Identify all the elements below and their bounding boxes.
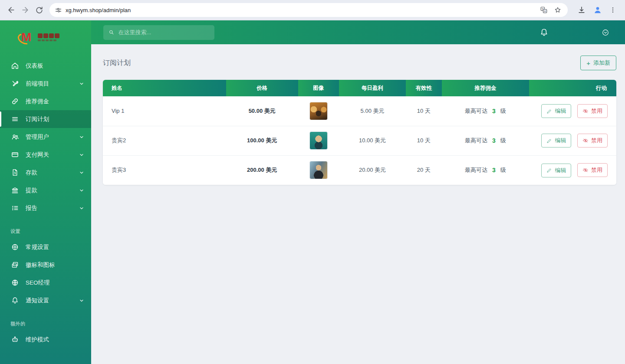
edit-button[interactable]: 编辑 bbox=[541, 164, 571, 177]
download-icon[interactable] bbox=[577, 6, 586, 14]
profile-avatar-icon[interactable] bbox=[593, 5, 602, 15]
table-row: Vip 1 50.00 美元 5.00 美元 10 天 最高可达3级 bbox=[103, 96, 616, 126]
eye-off-icon bbox=[582, 108, 589, 114]
url-text: xg.hwym.shop/admin/plan bbox=[66, 7, 540, 13]
brand-logo[interactable]: M bbox=[0, 20, 91, 49]
svg-text:A: A bbox=[544, 10, 546, 13]
add-new-button[interactable]: + 添加新 bbox=[580, 56, 616, 70]
referral-prefix: 最高可达 bbox=[465, 166, 487, 174]
settings-gear-icon bbox=[10, 243, 19, 252]
plan-image bbox=[309, 131, 328, 150]
plan-price: 50.00 美元 bbox=[226, 96, 298, 126]
disable-button[interactable]: 禁用 bbox=[577, 104, 608, 118]
sidebar-item-general-settings[interactable]: 常规设置 bbox=[0, 238, 91, 256]
file-dollar-icon: $ bbox=[10, 168, 19, 177]
plan-referral: 最高可达3级 bbox=[442, 155, 529, 185]
plan-validity: 20 天 bbox=[406, 155, 442, 185]
disable-button[interactable]: 禁用 bbox=[577, 163, 608, 177]
disable-label: 禁用 bbox=[591, 166, 602, 174]
plan-validity: 10 天 bbox=[406, 96, 442, 126]
back-button[interactable] bbox=[4, 3, 18, 17]
disable-button[interactable]: 禁用 bbox=[577, 134, 608, 148]
back-icon bbox=[7, 6, 16, 14]
plan-name: 贵宾2 bbox=[103, 126, 226, 155]
sidebar-item-payment-gateway[interactable]: 支付网关 bbox=[0, 146, 91, 164]
report-list-icon bbox=[10, 204, 19, 213]
referral-level: 3 bbox=[492, 137, 496, 144]
column-header-referral: 推荐佣金 bbox=[442, 80, 529, 96]
plans-table-card: 姓名 价格 图像 每日盈利 有效性 推荐佣金 行动 Vip 1 50.00 美元 bbox=[103, 80, 616, 185]
sidebar-item-label: 仪表板 bbox=[26, 62, 43, 70]
referral-prefix: 最高可达 bbox=[465, 137, 487, 144]
forward-button[interactable] bbox=[18, 3, 32, 17]
sidebar-item-label: SEO经理 bbox=[26, 279, 50, 287]
plan-referral: 最高可达3级 bbox=[442, 126, 529, 155]
sidebar-item-label: 常规设置 bbox=[26, 243, 49, 251]
reload-button[interactable] bbox=[32, 3, 46, 17]
chevron-down-icon bbox=[79, 134, 84, 140]
sidebar-section-settings: 设置 bbox=[0, 217, 91, 238]
page-title: 订阅计划 bbox=[103, 59, 131, 68]
pencil-icon bbox=[546, 138, 552, 144]
eye-off-icon bbox=[582, 138, 589, 144]
sidebar-item-reports[interactable]: 报告 bbox=[0, 199, 91, 217]
browser-menu-icon[interactable] bbox=[609, 7, 616, 13]
column-header-validity: 有效性 bbox=[406, 80, 442, 96]
search-box[interactable] bbox=[103, 25, 214, 40]
plan-price: 200.00 美元 bbox=[226, 155, 298, 185]
chevron-down-icon bbox=[79, 298, 84, 303]
site-settings-icon[interactable] bbox=[55, 7, 62, 14]
forward-icon bbox=[21, 6, 30, 14]
search-icon bbox=[109, 29, 115, 36]
edit-button[interactable]: 编辑 bbox=[541, 104, 571, 118]
sidebar-item-label: 管理用户 bbox=[26, 133, 49, 141]
edit-label: 编辑 bbox=[555, 107, 566, 115]
sidebar-item-dashboard[interactable]: 仪表板 bbox=[0, 57, 91, 75]
edit-label: 编辑 bbox=[555, 167, 566, 174]
sidebar-item-deposits[interactable]: $ 存款 bbox=[0, 164, 91, 181]
disable-label: 禁用 bbox=[591, 137, 602, 144]
chevron-down-icon bbox=[79, 152, 84, 157]
bank-icon bbox=[10, 186, 19, 195]
sidebar-item-label: 维护模式 bbox=[26, 336, 49, 344]
sidebar-item-label: 推荐佣金 bbox=[26, 98, 49, 105]
plan-daily-profit: 20.00 美元 bbox=[339, 155, 406, 185]
plan-image bbox=[309, 102, 328, 120]
sidebar-item-seo-manager[interactable]: SEO经理 bbox=[0, 274, 91, 292]
translate-icon[interactable]: 文A bbox=[540, 6, 548, 14]
referral-level: 3 bbox=[492, 167, 496, 174]
plan-price: 100.00 美元 bbox=[226, 126, 298, 155]
chevron-down-icon bbox=[79, 170, 84, 175]
url-bar[interactable]: xg.hwym.shop/admin/plan 文A bbox=[49, 3, 568, 17]
column-header-action: 行动 bbox=[529, 80, 616, 96]
sidebar-item-manage-users[interactable]: 管理用户 bbox=[0, 128, 91, 146]
page-content: 订阅计划 + 添加新 姓名 价格 图像 bbox=[91, 44, 625, 364]
sidebar-item-referral-commission[interactable]: 推荐佣金 bbox=[0, 92, 91, 110]
sidebar-section-extra: 额外的 bbox=[0, 309, 91, 331]
referral-prefix: 最高可达 bbox=[465, 107, 487, 115]
sidebar-item-notification-settings[interactable]: 通知设置 bbox=[0, 292, 91, 309]
column-header-daily-profit: 每日盈利 bbox=[339, 80, 406, 96]
notifications-bell-icon[interactable] bbox=[539, 28, 549, 37]
link-icon bbox=[10, 97, 19, 106]
sidebar-item-maintenance-mode[interactable]: 维护模式 bbox=[0, 331, 91, 348]
search-input[interactable] bbox=[118, 29, 209, 36]
bookmark-star-icon[interactable] bbox=[554, 6, 562, 14]
column-header-name: 姓名 bbox=[103, 80, 226, 96]
globe-icon bbox=[10, 279, 19, 287]
credit-card-icon bbox=[10, 151, 19, 159]
sidebar-item-frontend[interactable]: 前端项目 bbox=[0, 75, 91, 92]
profile-menu-icon[interactable] bbox=[602, 29, 609, 36]
brand-logo-mark-icon: M bbox=[18, 30, 34, 45]
plan-daily-profit: 10.00 美元 bbox=[339, 126, 406, 155]
sidebar-item-label: 支付网关 bbox=[26, 151, 49, 159]
tools-icon bbox=[10, 79, 19, 88]
sidebar-item-withdrawals[interactable]: 提款 bbox=[0, 181, 91, 199]
sidebar-item-logo-icons[interactable]: 徽标和图标 bbox=[0, 256, 91, 274]
users-icon bbox=[10, 133, 19, 141]
sidebar-item-label: 徽标和图标 bbox=[26, 261, 55, 269]
edit-button[interactable]: 编辑 bbox=[541, 134, 571, 148]
chevron-down-icon bbox=[79, 188, 84, 193]
sidebar-item-subscription-plan[interactable]: 订阅计划 bbox=[0, 110, 91, 128]
bell-icon bbox=[10, 296, 19, 305]
